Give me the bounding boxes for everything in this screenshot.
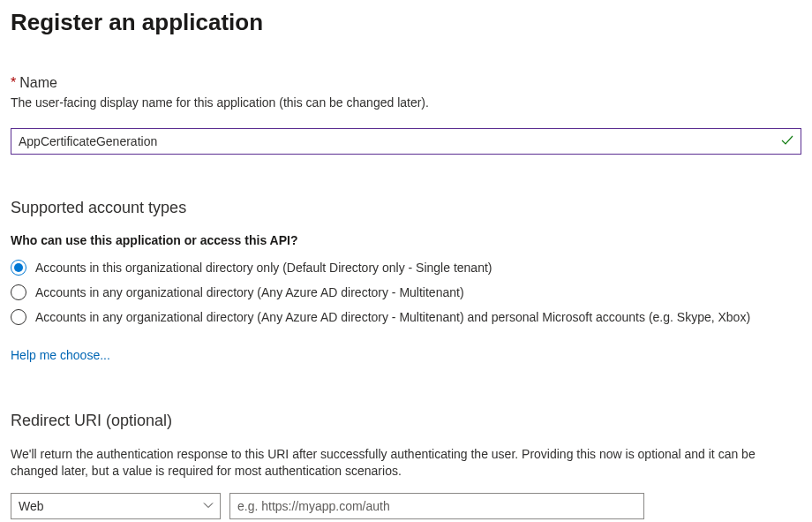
radio-icon [11,260,26,276]
account-type-option-multitenant[interactable]: Accounts in any organizational directory… [11,284,801,300]
radio-icon [11,284,26,300]
redirect-row: Web [11,493,801,519]
register-app-form: Register an application *Name The user-f… [0,0,812,522]
account-types-question: Who can use this application or access t… [11,233,801,247]
name-input-wrap [11,128,801,155]
redirect-heading: Redirect URI (optional) [11,412,801,430]
platform-selected-value: Web [19,499,44,513]
help-me-choose-link[interactable]: Help me choose... [11,348,110,362]
radio-icon [11,309,26,325]
platform-select[interactable]: Web [11,493,221,519]
name-input[interactable] [11,128,801,155]
account-types-heading: Supported account types [11,199,801,217]
platform-select-wrap: Web [11,493,221,519]
name-description: The user-facing display name for this ap… [11,95,801,112]
account-types-radio-group: Accounts in this organizational director… [11,260,801,325]
required-marker: * [11,75,16,90]
account-type-option-single-tenant[interactable]: Accounts in this organizational director… [11,260,801,276]
radio-label: Accounts in any organizational directory… [35,285,464,299]
redirect-description: We'll return the authentication response… [11,446,801,480]
account-type-option-multitenant-personal[interactable]: Accounts in any organizational directory… [11,309,801,325]
radio-label: Accounts in any organizational directory… [35,310,750,324]
redirect-uri-input[interactable] [229,493,644,519]
page-title: Register an application [11,9,801,36]
radio-label: Accounts in this organizational director… [35,261,492,275]
name-label: *Name [11,75,801,91]
